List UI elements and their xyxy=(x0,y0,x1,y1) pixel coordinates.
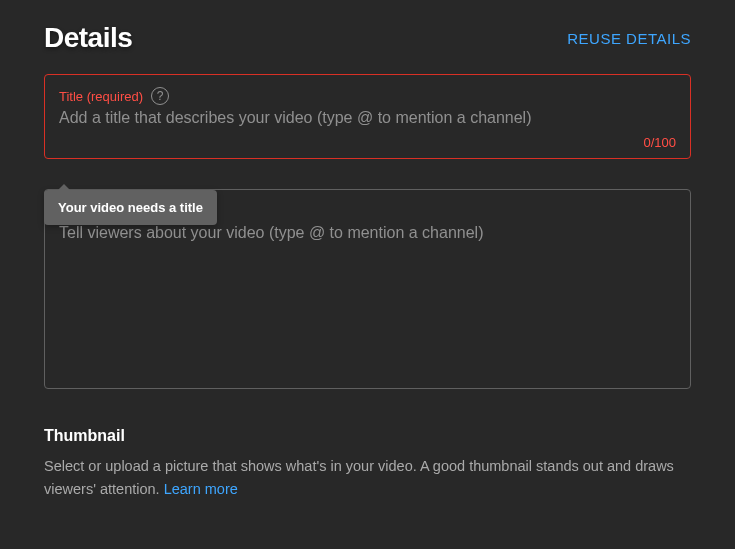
description-input[interactable]: Tell viewers about your video (type @ to… xyxy=(59,224,676,242)
learn-more-link[interactable]: Learn more xyxy=(164,481,238,497)
title-field-container[interactable]: Title (required) ? Add a title that desc… xyxy=(44,74,691,159)
help-icon[interactable]: ? xyxy=(151,87,169,105)
details-heading: Details xyxy=(44,22,132,54)
title-field-label: Title (required) xyxy=(59,89,143,104)
title-input[interactable]: Add a title that describes your video (t… xyxy=(59,109,676,127)
reuse-details-button[interactable]: REUSE DETAILS xyxy=(567,30,691,47)
title-char-counter: 0/100 xyxy=(59,135,676,150)
thumbnail-description: Select or upload a picture that shows wh… xyxy=(44,455,691,501)
thumbnail-heading: Thumbnail xyxy=(44,427,691,445)
title-error-tooltip: Your video needs a title xyxy=(44,190,217,225)
